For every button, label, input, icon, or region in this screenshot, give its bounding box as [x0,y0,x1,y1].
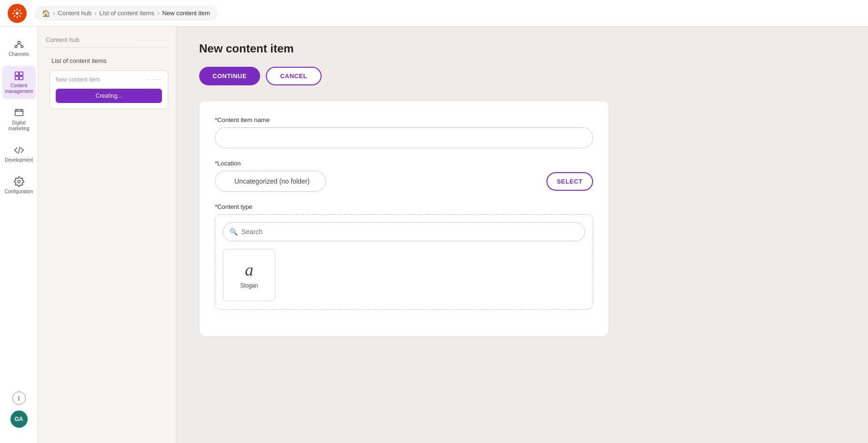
breadcrumb-list[interactable]: List of content items [100,10,155,17]
location-field: *Location 🏠 SELECT [215,160,593,192]
svg-point-11 [21,45,23,48]
content-item-name-label: *Content item name [215,116,593,124]
continue-button[interactable]: CONTINUE [199,67,260,85]
cancel-button[interactable]: CANCEL [266,67,322,85]
slogan-icon: a [245,261,253,278]
content-item-name-input[interactable] [215,127,593,148]
left-nav-sub: New content item ──── Creating... [50,70,168,109]
sidebar-item-digital-marketing[interactable]: Digital marketing [2,103,36,136]
home-icon: 🏠 [42,10,50,17]
topbar: 🏠 › Content hub › List of content items … [0,0,868,27]
sidebar-item-marketing-label: Digital marketing [6,120,32,132]
breadcrumb-sep-2: › [94,10,96,17]
content-type-grid: a Slogan [223,249,585,301]
avatar[interactable]: GA [10,411,28,428]
content-type-section: 🔍 a Slogan [215,214,593,309]
svg-point-0 [16,12,19,15]
search-icon: 🔍 [230,228,238,236]
left-nav-section: List of content items New content item ─… [46,53,168,109]
svg-rect-14 [15,72,18,75]
form-area: New content item CONTINUE CANCEL *Conten… [176,27,868,443]
sidebar-item-content-label: Content management [5,83,32,94]
select-location-button[interactable]: SELECT [546,172,593,191]
sidebar-bottom: ℹ GA [10,391,28,435]
sidebar-item-configuration[interactable]: Configuration [2,172,36,199]
content-type-search-input[interactable] [223,222,585,241]
content-area: Content hub ──────── List of content ite… [38,27,868,443]
svg-line-22 [18,147,20,154]
left-nav-list-items[interactable]: List of content items [46,53,168,68]
svg-rect-18 [15,110,23,116]
breadcrumb-content-hub[interactable]: Content hub [58,10,91,17]
sidebar-item-content-management[interactable]: Content management [2,66,36,99]
breadcrumb-new-item: New content item [162,10,210,17]
sidebar-item-development-label: Development [5,157,33,163]
sidebar: Channels Content management Digital mark… [0,27,38,443]
svg-rect-17 [19,76,22,80]
breadcrumb-sep-3: › [157,10,159,17]
location-row: 🏠 SELECT [215,171,593,192]
breadcrumb: 🏠 › Content hub › List of content items … [34,6,218,21]
content-type-label: *Content type [215,203,593,210]
svg-line-7 [19,10,20,11]
svg-point-10 [15,45,17,48]
content-type-field: *Content type 🔍 a Slogan [215,203,593,309]
content-item-name-field: *Content item name [215,116,593,148]
sidebar-item-development[interactable]: Development [2,140,36,168]
svg-line-8 [14,15,15,17]
left-nav-panel: Content hub ──────── List of content ite… [38,27,176,443]
location-label: *Location [215,160,593,167]
slogan-label: Slogan [240,282,258,289]
svg-rect-15 [19,72,22,75]
left-nav-sub-title: New content item ──── [56,76,162,83]
creating-button[interactable]: Creating... [56,89,162,103]
svg-point-23 [18,180,20,183]
left-nav-title: Content hub ──────── [46,36,168,48]
form-card: *Content item name *Location 🏠 SELECT [199,101,609,337]
svg-line-13 [19,44,22,45]
app-logo[interactable] [8,4,27,23]
action-buttons: CONTINUE CANCEL [199,67,845,85]
svg-line-5 [14,10,15,11]
breadcrumb-sep-1: › [53,10,55,17]
sidebar-item-channels-label: Channels [9,52,29,57]
info-icon[interactable]: ℹ [12,391,26,405]
content-type-slogan[interactable]: a Slogan [223,249,275,301]
breadcrumb-home[interactable]: 🏠 [42,10,50,17]
location-wrapper: 🏠 [215,171,543,192]
svg-line-12 [16,44,19,45]
main-layout: Channels Content management Digital mark… [0,27,868,443]
search-wrapper: 🔍 [223,222,585,241]
svg-rect-16 [15,76,18,80]
sidebar-item-channels[interactable]: Channels [2,34,36,62]
sidebar-item-configuration-label: Configuration [5,189,33,195]
svg-point-9 [18,41,20,44]
page-title: New content item [199,42,845,55]
location-input[interactable] [215,171,326,192]
svg-line-6 [19,15,20,17]
